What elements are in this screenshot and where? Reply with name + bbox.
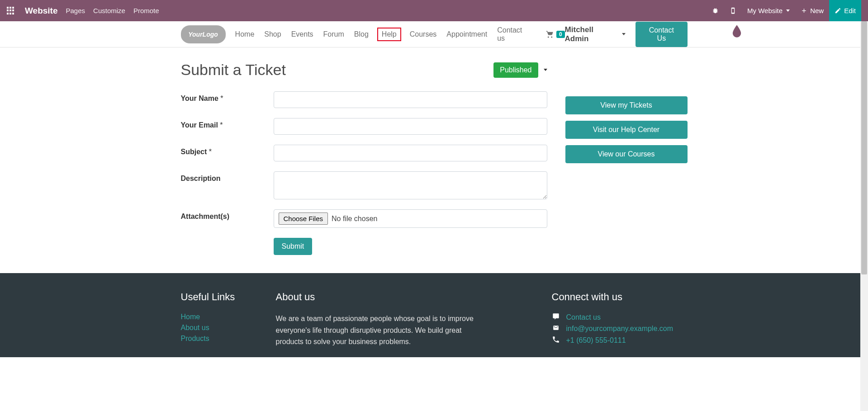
cart-count-badge: 0 [556, 31, 565, 38]
chevron-down-icon [622, 33, 626, 35]
input-name[interactable] [274, 91, 547, 108]
app-brand[interactable]: Website [25, 6, 58, 16]
connect-contact: Contact us [552, 313, 688, 322]
vertical-scrollbar[interactable] [860, 21, 868, 357]
nav-contact-us[interactable]: Contact us [496, 24, 530, 45]
site-logo[interactable]: YourLogo [181, 25, 226, 43]
footer-about-title: About us [276, 291, 489, 303]
apps-grid-icon[interactable] [7, 7, 15, 15]
footer-link-about[interactable]: About us [181, 324, 262, 332]
input-subject[interactable] [274, 145, 547, 161]
footer-about: About us We are a team of passionate peo… [276, 291, 489, 348]
visit-help-center-button[interactable]: Visit our Help Center [565, 121, 688, 139]
footer-useful-links: Useful Links Home About us Products [181, 291, 262, 348]
nav-shop[interactable]: Shop [263, 28, 282, 41]
connect-phone: +1 (650) 555-0111 [552, 335, 688, 345]
scrollbar-thumb[interactable] [861, 21, 867, 274]
label-email: Your Email * [181, 118, 274, 129]
form-row-description: Description [181, 171, 547, 199]
file-input-wrap[interactable]: Choose Files No file chosen [274, 209, 547, 228]
main-column: Submit a Ticket Published Your Name * Yo… [181, 61, 547, 255]
topbar-left: Website Pages Customize Promote [7, 6, 159, 16]
new-label: New [810, 7, 824, 14]
nav-home[interactable]: Home [234, 28, 256, 41]
nav-links: Home Shop Events Forum Blog Help Courses… [234, 24, 565, 45]
menu-promote[interactable]: Promote [133, 7, 159, 14]
connect-phone-link[interactable]: +1 (650) 555-0111 [566, 336, 626, 345]
site-nav: YourLogo Home Shop Events Forum Blog Hel… [0, 21, 868, 47]
view-my-tickets-button[interactable]: View my Tickets [565, 96, 688, 114]
footer-connect: Connect with us Contact us info@yourcomp… [552, 291, 688, 348]
label-name: Your Name * [181, 91, 274, 103]
file-status-text: No file chosen [332, 215, 377, 223]
footer-connect-title: Connect with us [552, 291, 688, 303]
published-button[interactable]: Published [493, 62, 538, 78]
publish-dropdown-icon[interactable] [544, 69, 547, 71]
menu-pages[interactable]: Pages [66, 7, 85, 14]
new-button[interactable]: New [795, 0, 829, 21]
footer-link-products[interactable]: Products [181, 335, 262, 343]
side-spacer [565, 65, 688, 90]
publish-controls: Published [493, 62, 547, 78]
connect-email-link[interactable]: info@yourcompany.example.com [566, 325, 674, 333]
submit-button[interactable]: Submit [274, 238, 313, 255]
side-column: View my Tickets Visit our Help Center Vi… [565, 65, 688, 255]
theme-drop-icon[interactable] [732, 25, 742, 39]
footer-link-home[interactable]: Home [181, 313, 262, 321]
footer: Useful Links Home About us Products Abou… [0, 273, 868, 357]
chevron-down-icon [786, 9, 790, 12]
form-row-email: Your Email * [181, 118, 547, 135]
menu-customize[interactable]: Customize [93, 7, 125, 14]
my-website-dropdown[interactable]: My Website [742, 0, 795, 21]
envelope-icon [552, 325, 560, 333]
speech-bubble-icon [552, 313, 560, 322]
contact-us-button[interactable]: Contact Us [636, 22, 687, 47]
nav-help[interactable]: Help [377, 28, 401, 41]
phone-icon [552, 335, 560, 345]
form-row-name: Your Name * [181, 91, 547, 108]
footer-useful-title: Useful Links [181, 291, 262, 303]
cart-icon [545, 30, 555, 38]
nav-blog[interactable]: Blog [353, 28, 370, 41]
footer-about-text: We are a team of passionate people whose… [276, 313, 489, 348]
user-name: Mitchell Admin [565, 25, 619, 43]
page-body: Submit a Ticket Published Your Name * Yo… [176, 47, 692, 273]
user-menu[interactable]: Mitchell Admin [565, 25, 626, 43]
title-row: Submit a Ticket Published [181, 61, 547, 79]
topbar-right: My Website New Edit [707, 0, 861, 21]
bug-icon[interactable] [707, 0, 724, 21]
label-subject: Subject * [181, 145, 274, 156]
label-description: Description [181, 171, 274, 183]
mobile-preview-icon[interactable] [724, 0, 742, 21]
submit-row: Submit [181, 238, 547, 255]
nav-courses[interactable]: Courses [408, 28, 438, 41]
cart-link[interactable]: 0 [545, 30, 565, 38]
label-attachments: Attachment(s) [181, 209, 274, 221]
edit-button[interactable]: Edit [829, 0, 861, 21]
form-row-attachments: Attachment(s) Choose Files No file chose… [181, 209, 547, 228]
connect-contact-link[interactable]: Contact us [566, 313, 601, 321]
input-email[interactable] [274, 118, 547, 135]
page-title: Submit a Ticket [181, 61, 494, 79]
input-description[interactable] [274, 171, 547, 199]
my-website-label: My Website [747, 7, 783, 14]
admin-topbar: Website Pages Customize Promote My Websi… [0, 0, 868, 21]
nav-forum[interactable]: Forum [322, 28, 346, 41]
connect-email: info@yourcompany.example.com [552, 325, 688, 333]
edit-label: Edit [844, 7, 856, 14]
view-courses-button[interactable]: View our Courses [565, 145, 688, 163]
choose-files-button[interactable]: Choose Files [279, 213, 328, 225]
nav-events[interactable]: Events [290, 28, 315, 41]
form-row-subject: Subject * [181, 145, 547, 161]
site-nav-right: Mitchell Admin Contact Us [565, 22, 688, 47]
nav-appointment[interactable]: Appointment [445, 28, 489, 41]
